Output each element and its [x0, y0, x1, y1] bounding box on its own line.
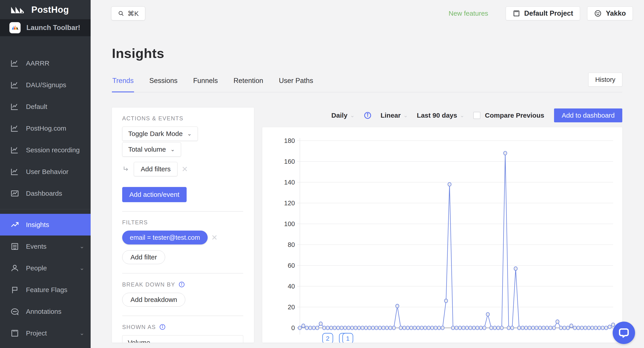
search-shortcut: ⌘K	[128, 9, 139, 17]
sidebar-item-default[interactable]: Default	[0, 96, 91, 117]
trending-up-icon	[10, 220, 19, 229]
svg-text:1: 1	[346, 335, 350, 342]
svg-text:40: 40	[288, 283, 295, 290]
sidebar-item-aarrr[interactable]: AARRR	[0, 52, 91, 74]
tab-retention[interactable]: Retention	[233, 74, 264, 92]
date-range-dropdown[interactable]: Last 90 days ⌄	[417, 112, 464, 119]
events-list-icon	[10, 242, 19, 251]
sidebar-menu: AARRR DAU/Signups Default PostHog.com Se…	[0, 36, 91, 344]
svg-text:60: 60	[288, 262, 295, 269]
chevron-down-icon: ⌄	[460, 112, 464, 118]
chevron-down-icon: ⌄	[350, 112, 355, 118]
info-icon[interactable]	[364, 111, 372, 119]
history-button[interactable]: History	[588, 73, 622, 86]
add-filters-button[interactable]: Add filters	[134, 162, 178, 176]
launch-toolbar-button[interactable]: Launch Toolbar!	[0, 19, 91, 36]
sidebar-item-annotations[interactable]: Annotations	[0, 301, 91, 322]
sidebar-item-session-recording[interactable]: Session recording	[0, 139, 91, 161]
section-divider	[122, 273, 243, 274]
person-icon	[10, 264, 19, 273]
add-breakdown-button[interactable]: Add breakdown	[122, 293, 185, 307]
new-features-link[interactable]: New features	[449, 9, 488, 17]
search-button[interactable]: ⌘K	[111, 6, 145, 20]
info-icon[interactable]	[178, 281, 185, 288]
logo-text: PostHog	[31, 5, 69, 15]
compare-previous-control: Compare Previous	[473, 112, 544, 119]
actions-events-title: ACTIONS & EVENTS	[122, 115, 243, 122]
sidebar-divider	[0, 209, 91, 209]
sidebar-item-posthog-com[interactable]: PostHog.com	[0, 117, 91, 139]
tab-sessions[interactable]: Sessions	[149, 74, 178, 92]
sidebar-item-dau-signups[interactable]: DAU/Signups	[0, 74, 91, 96]
info-icon[interactable]	[159, 324, 166, 330]
chevron-down-icon: ⌄	[187, 131, 192, 137]
posthog-hedgehog-icon	[10, 4, 26, 15]
breakdown-title: BREAK DOWN BY	[122, 281, 243, 288]
page-title: Insights	[112, 46, 644, 61]
chat-bubble-icon	[618, 327, 630, 339]
chevron-down-icon: ⌄	[80, 243, 84, 250]
add-to-dashboard-button[interactable]: Add to dashboard	[554, 108, 622, 122]
nested-arrow-icon	[122, 165, 130, 173]
sidebar-item-feature-flags[interactable]: Feature Flags	[0, 279, 91, 301]
svg-text:100: 100	[284, 220, 295, 227]
project-switcher-button[interactable]: Default Project	[506, 6, 580, 20]
sidebar-item-user-behavior[interactable]: User Behavior	[0, 161, 91, 183]
svg-text:160: 160	[284, 158, 295, 165]
trend-chart-svg[interactable]: 02040608010012014016018021	[262, 127, 622, 343]
sidebar-item-people[interactable]: People ⌄	[0, 257, 91, 279]
chevron-down-icon: ⌄	[80, 265, 84, 272]
chart-line-icon	[10, 146, 19, 155]
chart-controls: Daily ⌄ Linear ⌄ Last 90 days ⌄ Compare …	[262, 108, 622, 123]
toolbar-hedgehog-icon	[10, 22, 20, 33]
shown-as-select[interactable]: Volume ⌄	[122, 335, 243, 343]
math-selector[interactable]: Total volume ⌄	[122, 142, 181, 157]
chart-line-icon	[10, 80, 19, 89]
compare-previous-checkbox[interactable]	[473, 112, 480, 119]
add-action-event-button[interactable]: Add action/event	[122, 187, 186, 202]
filter-chip-email[interactable]: email = tester@test.com	[122, 231, 208, 245]
speech-bubble-icon	[10, 307, 19, 316]
interval-dropdown[interactable]: Daily ⌄	[332, 112, 355, 119]
add-filter-button[interactable]: Add filter	[122, 250, 165, 264]
tab-user-paths[interactable]: User Paths	[278, 74, 314, 92]
chart-line-icon	[10, 59, 19, 68]
chevron-down-icon: ⌄	[170, 146, 175, 153]
trend-chart-card: 02040608010012014016018021	[262, 127, 622, 343]
chat-launcher-button[interactable]	[613, 322, 635, 344]
chart-line-icon	[10, 167, 19, 176]
tab-funnels[interactable]: Funnels	[193, 74, 218, 92]
chevron-down-icon: ⌄	[232, 339, 238, 343]
svg-text:80: 80	[288, 241, 295, 248]
sidebar-item-events[interactable]: Events ⌄	[0, 236, 91, 257]
query-panel: ACTIONS & EVENTS Toggle Dark Mode ⌄ Tota…	[112, 108, 254, 343]
smiley-icon	[594, 9, 602, 17]
user-menu-button[interactable]: Yakko	[587, 6, 633, 20]
tab-trends[interactable]: Trends	[112, 74, 134, 92]
svg-text:180: 180	[284, 137, 295, 144]
section-divider	[122, 316, 243, 316]
tabs-bar: Trends Sessions Funnels Retention User P…	[112, 74, 622, 92]
remove-filter-icon[interactable]: ✕	[211, 233, 218, 242]
chevron-down-icon: ⌄	[404, 112, 408, 118]
svg-text:0: 0	[291, 324, 295, 332]
flag-icon	[10, 285, 19, 294]
topbar: ⌘K New features Default Project Yakko	[91, 0, 644, 27]
sidebar-item-insights[interactable]: Insights	[0, 214, 91, 236]
remove-entity-icon[interactable]: ✕	[182, 165, 188, 174]
sidebar: PostHog Launch Toolbar! AARRR DAU/Signup…	[0, 0, 91, 348]
dashboard-chart-icon	[10, 189, 19, 198]
svg-text:2: 2	[326, 335, 330, 342]
chevron-down-icon: ⌄	[80, 330, 84, 337]
sidebar-item-dashboards[interactable]: Dashboards	[0, 183, 91, 204]
posthog-logo[interactable]: PostHog	[0, 0, 91, 19]
chart-style-dropdown[interactable]: Linear ⌄	[381, 112, 408, 119]
section-divider	[122, 211, 243, 212]
chart-line-icon	[10, 124, 19, 133]
shown-as-title: SHOWN AS	[122, 324, 243, 330]
sidebar-item-project[interactable]: Project ⌄	[0, 322, 91, 344]
insight-editor: ACTIONS & EVENTS Toggle Dark Mode ⌄ Tota…	[112, 108, 622, 343]
main-content: ⌘K New features Default Project Yakko In…	[91, 0, 644, 348]
filters-title: FILTERS	[122, 219, 243, 226]
svg-text:20: 20	[288, 304, 295, 311]
